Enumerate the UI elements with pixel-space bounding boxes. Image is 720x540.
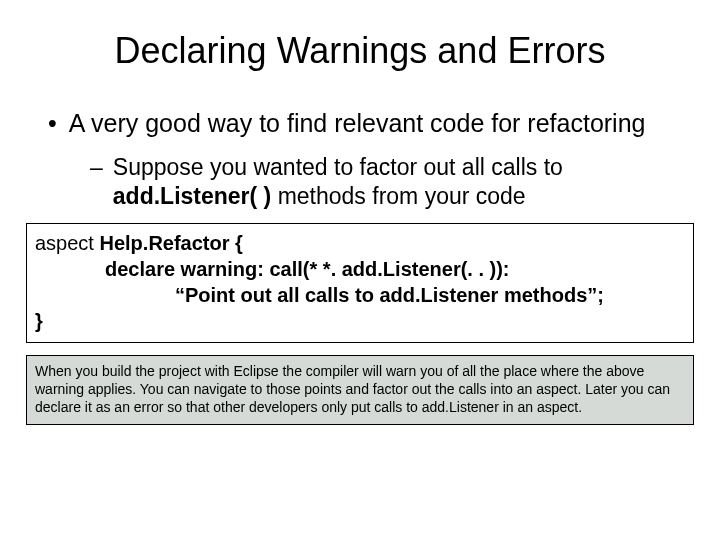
code-line: }: [35, 308, 685, 334]
bold-segment: Help.Refactor {: [99, 232, 242, 254]
note-box: When you build the project with Eclipse …: [26, 355, 694, 426]
text-segment: aspect: [35, 232, 99, 254]
bullet-text: Suppose you wanted to factor out all cal…: [113, 153, 696, 211]
code-line: “Point out all calls to add.Listener met…: [35, 282, 685, 308]
dash-marker: –: [90, 153, 103, 211]
bullet-level-2: – Suppose you wanted to factor out all c…: [90, 153, 696, 211]
code-box: aspect Help.Refactor { declare warning: …: [26, 223, 694, 343]
code-line: declare warning: call(* *. add.Listener(…: [35, 256, 685, 282]
bullet-text: A very good way to find relevant code fo…: [69, 108, 646, 139]
bold-segment: add.Listener( ): [113, 183, 271, 209]
bullet-level-1: • A very good way to find relevant code …: [48, 108, 696, 139]
slide-title: Declaring Warnings and Errors: [24, 30, 696, 72]
code-line: aspect Help.Refactor {: [35, 230, 685, 256]
text-segment: Suppose you wanted to factor out all cal…: [113, 154, 563, 180]
bullet-marker: •: [48, 108, 57, 139]
text-segment: methods from your code: [271, 183, 525, 209]
